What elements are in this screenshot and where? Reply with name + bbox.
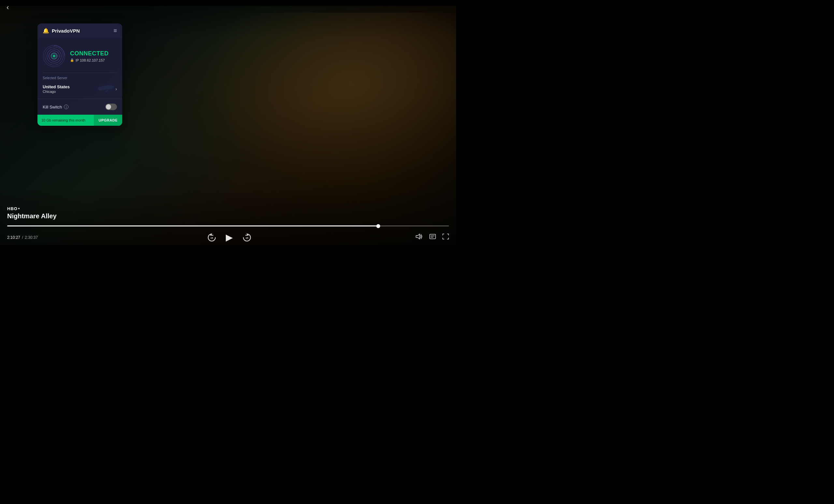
forward-icon: 15 bbox=[243, 233, 251, 242]
subtitle-svg bbox=[430, 234, 436, 239]
show-title: Nightmare Alley bbox=[7, 213, 57, 220]
right-controls bbox=[416, 234, 449, 241]
status-info: CONNECTED 🔒 IP 108.62.107.157 bbox=[70, 50, 109, 62]
kill-switch-toggle[interactable] bbox=[105, 104, 117, 110]
vpn-status-area: CONNECTED 🔒 IP 108.62.107.157 bbox=[38, 38, 122, 73]
upgrade-button[interactable]: UPGRADE bbox=[94, 115, 122, 126]
progress-thumb bbox=[376, 224, 380, 228]
connected-status: CONNECTED bbox=[70, 50, 109, 57]
selected-server-label: Selected Server bbox=[38, 73, 122, 82]
volume-icon[interactable] bbox=[416, 234, 423, 241]
remaining-text: 10 Gb remaining this month bbox=[38, 118, 94, 122]
time-current: 2:10:27 bbox=[7, 235, 20, 240]
server-city: Chicago bbox=[43, 90, 96, 93]
subtitle-icon[interactable] bbox=[430, 234, 436, 241]
svg-text:15: 15 bbox=[246, 237, 248, 239]
svg-marker-13 bbox=[416, 234, 420, 239]
fullscreen-icon[interactable] bbox=[442, 234, 449, 241]
progress-fill bbox=[7, 225, 378, 226]
server-country: United States bbox=[43, 84, 96, 89]
rewind-button[interactable]: 15 bbox=[207, 233, 217, 242]
svg-text:15: 15 bbox=[211, 237, 213, 239]
hbo-logo: HBO bbox=[7, 206, 57, 211]
show-info: HBO Nightmare Alley bbox=[7, 206, 57, 220]
svg-point-10 bbox=[105, 87, 105, 88]
upgrade-bar: 10 Gb remaining this month UPGRADE bbox=[38, 115, 122, 126]
ip-address: IP 108.62.107.157 bbox=[75, 58, 105, 62]
toggle-knob bbox=[106, 104, 111, 109]
hbo-dot bbox=[18, 208, 20, 209]
world-map bbox=[96, 84, 115, 94]
fullscreen-svg bbox=[442, 234, 449, 239]
forward-button[interactable]: 15 bbox=[242, 233, 252, 242]
ip-row: 🔒 IP 108.62.107.157 bbox=[70, 58, 109, 62]
kill-switch-row: Kill Switch i bbox=[38, 99, 122, 115]
center-controls: 15 ▶ 15 bbox=[43, 232, 416, 243]
info-icon[interactable]: i bbox=[64, 105, 68, 109]
svg-rect-14 bbox=[430, 234, 436, 239]
lock-icon: 🔒 bbox=[70, 58, 74, 62]
volume-svg bbox=[416, 234, 423, 239]
bell-icon[interactable]: 🔔 bbox=[43, 28, 49, 34]
progress-container[interactable] bbox=[7, 225, 449, 226]
server-info: United States Chicago bbox=[43, 84, 96, 93]
vpn-header: 🔔 PrivadoVPN ≡ bbox=[38, 23, 122, 38]
back-button[interactable]: ‹ bbox=[6, 3, 9, 12]
time-display: 2:10:27 / 2:30:37 bbox=[7, 235, 43, 240]
server-row[interactable]: United States Chicago › bbox=[38, 82, 122, 99]
radar-animation bbox=[43, 45, 65, 67]
server-chevron-icon: › bbox=[115, 86, 117, 91]
rewind-icon: 15 bbox=[207, 233, 216, 242]
time-total: 2:30:37 bbox=[25, 235, 38, 240]
menu-icon[interactable]: ≡ bbox=[113, 27, 117, 34]
time-separator: / bbox=[21, 235, 24, 240]
kill-switch-label: Kill Switch i bbox=[43, 105, 105, 109]
vpn-title: PrivadoVPN bbox=[52, 28, 80, 34]
player-controls: 2:10:27 / 2:30:37 15 ▶ 15 bbox=[0, 232, 456, 243]
play-button[interactable]: ▶ bbox=[226, 232, 233, 243]
network-name: HBO bbox=[7, 206, 18, 211]
vpn-header-left: 🔔 PrivadoVPN bbox=[43, 28, 80, 34]
progress-track[interactable] bbox=[7, 225, 449, 226]
vpn-widget: 🔔 PrivadoVPN ≡ bbox=[38, 23, 122, 126]
